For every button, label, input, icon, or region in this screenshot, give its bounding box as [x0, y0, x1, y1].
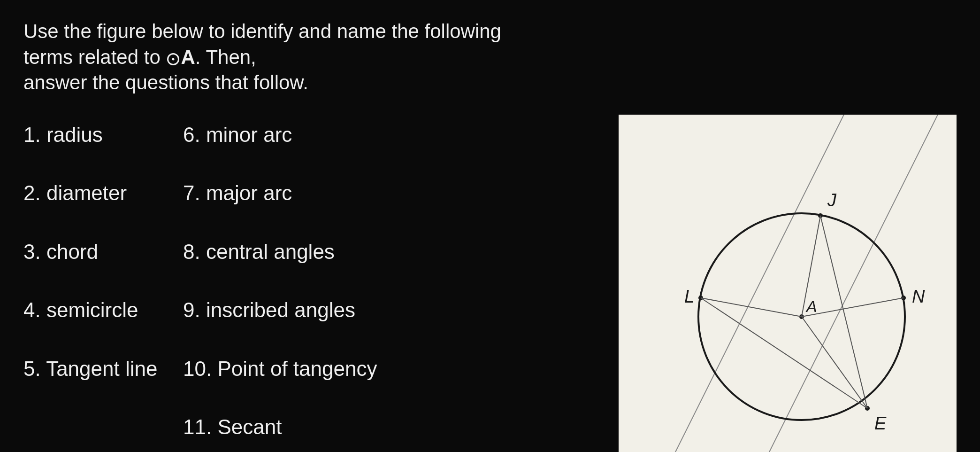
term-6: 6. minor arc [183, 115, 390, 173]
main-content: 1. radius 6. minor arc 2. diameter 7. ma… [23, 115, 957, 452]
term-8: 8. central angles [183, 232, 390, 290]
instruction-text: Use the figure below to identify and nam… [23, 19, 540, 96]
term-11: 11. Secant [183, 407, 390, 452]
term-7: 7. major arc [183, 173, 390, 232]
term-10: 10. Point of tangency [183, 349, 390, 407]
circle-center-label: A [181, 46, 195, 68]
right-panel: J L A N E S [619, 115, 957, 452]
svg-text:L: L [684, 287, 694, 306]
diagram: J L A N E S [619, 115, 957, 452]
svg-text:E: E [874, 413, 887, 433]
term-9: 9. inscribed angles [183, 290, 390, 349]
term-4: 4. semicircle [23, 290, 183, 349]
terms-grid: 1. radius 6. minor arc 2. diameter 7. ma… [23, 115, 600, 452]
term-empty [23, 407, 183, 452]
term-3: 3. chord [23, 232, 183, 290]
term-5: 5. Tangent line [23, 349, 183, 407]
svg-text:N: N [912, 287, 925, 306]
term-1: 1. radius [23, 115, 183, 173]
svg-text:A: A [805, 297, 817, 315]
term-2: 2. diameter [23, 173, 183, 232]
left-panel: 1. radius 6. minor arc 2. diameter 7. ma… [23, 115, 600, 452]
svg-text:J: J [827, 190, 837, 210]
svg-rect-0 [619, 115, 957, 452]
